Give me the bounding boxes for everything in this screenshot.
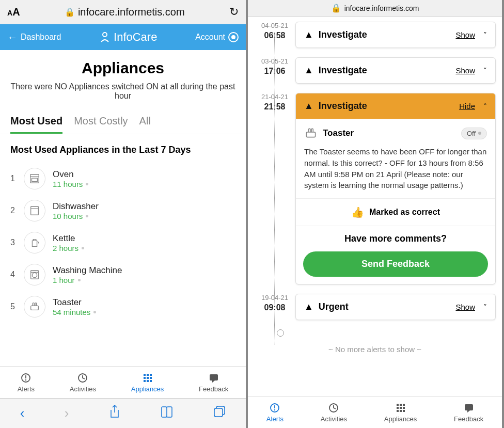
appliance-row[interactable]: 5 Toaster 54 minutes [0,291,246,323]
tab-all[interactable]: All [139,112,151,134]
infocare-logo: InfoCare [99,30,157,44]
send-feedback-button[interactable]: Send Feedback [303,251,488,277]
nav-activities[interactable]: Activities [70,373,96,393]
alert-header[interactable]: ▲ Urgent Show ˅ [296,294,495,320]
forward-icon[interactable]: › [65,405,69,421]
back-icon[interactable]: ‹ [20,405,25,421]
alert-row: 21-04-2121:58 ▲ Investigate Hide ˄ Toast… [254,93,496,284]
toggle-link[interactable]: Hide [459,102,475,110]
appliance-rank: 3 [10,238,17,247]
alert-description: The Toaster seems to have been OFF for l… [304,146,487,191]
nav-appliances[interactable]: Appliances [131,373,164,393]
svg-rect-39 [403,410,405,412]
alert-card: ▲ Urgent Show ˅ [295,294,496,320]
svg-rect-26 [306,132,315,137]
safari-toolbar: ‹ › [0,398,246,428]
svg-rect-32 [400,404,402,406]
appliance-row[interactable]: 4 Washing Machine 1 hour [0,259,246,291]
nav-feedback[interactable]: Feedback [454,403,483,423]
alert-timestamp: 21-04-2121:58 [254,93,295,113]
marked-correct: 👍 Marked as correct [296,198,495,226]
url-text: infocare.informetis.com [344,4,419,12]
refresh-icon[interactable]: ↻ [229,5,239,19]
safari-address-bar: 🔒 infocare.informetis.com [248,0,502,17]
activities-icon [328,403,339,413]
toggle-link[interactable]: Show [455,30,475,39]
appliance-name: Dishwasher [53,201,235,212]
warning-icon: ▲ [304,65,313,76]
back-to-dashboard[interactable]: ← Dashboard [7,31,61,43]
device-name: Toaster [323,128,456,138]
svg-rect-33 [403,404,405,406]
page-subtitle: There were NO Appliances switched ON at … [6,82,240,101]
nav-label: Activities [321,415,347,423]
toaster-icon [24,296,45,318]
chevron-down-icon: ˅ [483,303,487,311]
nav-label: Appliances [131,385,164,393]
nav-label: Alerts [18,385,35,393]
appliance-time: 1 hour [53,276,235,284]
alerts-pane: 04-05-2106:58 ▲ Investigate Show ˅ 03-05… [248,17,502,396]
appliance-name: Oven [53,169,235,180]
svg-rect-3 [32,178,38,181]
timeline-line [274,32,275,344]
alert-header[interactable]: ▲ Investigate Show ˅ [296,58,495,83]
chevron-down-icon: ˅ [483,67,487,75]
feedback-icon [209,373,219,383]
oven-icon [24,168,45,189]
url-text: infocare.informetis.com [78,6,185,18]
tabs-icon[interactable] [213,405,226,421]
appliances-icon [396,403,406,413]
tab-most-costly[interactable]: Most Costly [74,112,128,134]
alert-timestamp: 19-04-2109:08 [254,294,295,313]
nav-activities[interactable]: Activities [321,403,347,423]
alert-card: ▲ Investigate Show ˅ [295,57,496,84]
svg-rect-37 [397,410,399,412]
toggle-link[interactable]: Show [455,66,475,75]
svg-rect-9 [31,306,39,310]
share-icon[interactable] [109,405,120,422]
appliance-row[interactable]: 1 Oven 11 hours [0,163,246,195]
alert-header[interactable]: ▲ Investigate Show ˅ [296,22,495,47]
back-label: Dashboard [21,33,61,42]
svg-rect-20 [144,380,146,382]
nav-label: Feedback [454,415,483,423]
tab-most-used[interactable]: Most Used [10,112,62,134]
bookmarks-icon[interactable] [160,405,174,421]
nav-appliances[interactable]: Appliances [384,403,417,423]
text-size-button[interactable]: AA [7,6,20,18]
thumb-up-icon: 👍 [351,206,364,218]
account-label: Account [195,33,225,42]
appliance-row[interactable]: 2 Dishwasher 10 hours [0,195,246,227]
activities-icon [77,373,88,383]
alert-header[interactable]: ▲ Investigate Hide ˄ [296,93,495,119]
alerts-icon [270,403,280,413]
nav-label: Appliances [384,415,417,423]
account-button[interactable]: Account [195,32,239,42]
url-bar[interactable]: 🔒 infocare.informetis.com [25,6,224,18]
svg-point-7 [32,273,37,277]
feedback-icon [464,403,474,413]
appliance-rank: 2 [10,206,17,215]
warning-icon: ▲ [304,101,313,112]
appliance-name: Toaster [53,297,235,308]
svg-rect-18 [147,377,149,379]
appliance-time: 54 minutes [53,308,235,316]
comments-section: Have more comments? Send Feedback [296,226,495,284]
no-more-alerts: ~ No more alerts to show ~ [254,345,496,354]
nav-feedback[interactable]: Feedback [199,373,228,393]
toggle-link[interactable]: Show [455,303,475,311]
nav-alerts[interactable]: Alerts [266,403,284,423]
svg-rect-22 [150,380,152,382]
svg-rect-16 [150,374,152,376]
appliance-rank: 4 [10,270,17,279]
svg-rect-40 [465,404,473,410]
svg-rect-21 [147,380,149,382]
url-bar[interactable]: 🔒 infocare.informetis.com [251,3,499,13]
svg-rect-14 [144,374,146,376]
lock-icon: 🔒 [65,7,75,17]
nav-alerts[interactable]: Alerts [18,373,35,393]
appliance-row[interactable]: 3 Kettle 2 hours [0,227,246,259]
svg-point-0 [103,33,107,37]
bottom-nav: AlertsActivitiesAppliancesFeedback [248,396,502,428]
